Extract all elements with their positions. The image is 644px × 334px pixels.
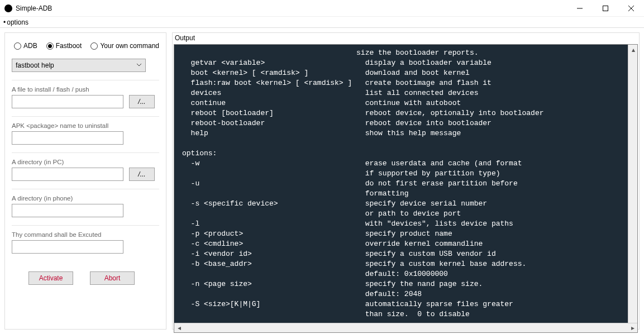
file-section: A file to install / flash / push /... — [12, 80, 159, 108]
cmd-section: Thy command shall be Excuted — [12, 225, 159, 254]
dir-phone-label: A directory (in phone) — [12, 195, 159, 202]
scroll-right-icon[interactable]: ▸ — [628, 323, 637, 333]
vertical-scrollbar[interactable]: ▴ — [628, 45, 637, 323]
dir-phone-input[interactable] — [12, 204, 123, 217]
dir-phone-section: A directory (in phone) — [12, 189, 159, 217]
radio-adb-label: ADB — [23, 42, 37, 50]
output-label: Output — [173, 33, 639, 43]
action-row: Activate Abort — [12, 271, 159, 285]
radio-own-command[interactable]: Your own command — [90, 42, 159, 50]
dir-pc-browse-button[interactable]: /... — [129, 168, 155, 181]
svg-rect-1 — [603, 6, 608, 11]
chevron-down-icon — [136, 61, 142, 69]
file-browse-button[interactable]: /... — [129, 95, 155, 108]
scroll-up-icon[interactable]: ▴ — [628, 45, 638, 54]
titlebar: Simple-ADB — [0, 0, 644, 17]
terminal-container: size the bootloader reports. getvar <var… — [174, 44, 638, 333]
cmd-input[interactable] — [12, 240, 123, 254]
apk-section: APK <package> name to uninstall — [12, 116, 159, 145]
dir-pc-input[interactable] — [12, 168, 123, 181]
mode-radio-group: ADB Fastboot Your own command — [12, 40, 159, 51]
radio-adb[interactable]: ADB — [14, 42, 37, 50]
app-icon — [4, 4, 12, 12]
close-button[interactable] — [618, 0, 644, 17]
radio-owncmd-label: Your own command — [100, 42, 159, 50]
radio-fastboot[interactable]: Fastboot — [46, 42, 82, 50]
dir-pc-label: A directory (in PC) — [12, 159, 159, 165]
scroll-track[interactable] — [184, 323, 628, 333]
maximize-button[interactable] — [593, 0, 618, 17]
menubar: options — [0, 17, 644, 28]
horizontal-scrollbar[interactable]: ◂ ▸ — [174, 323, 637, 332]
file-input[interactable] — [12, 95, 123, 108]
radio-fastboot-label: Fastboot — [56, 42, 82, 50]
cmd-label: Thy command shall be Excuted — [12, 231, 159, 238]
output-terminal[interactable]: size the bootloader reports. getvar <var… — [174, 45, 637, 323]
content-area: ADB Fastboot Your own command fastboot h… — [0, 28, 644, 334]
right-panel: Output size the bootloader reports. getv… — [172, 32, 640, 330]
dir-pc-section: A directory (in PC) /... — [12, 152, 159, 181]
minimize-button[interactable] — [567, 0, 593, 17]
apk-input[interactable] — [12, 131, 123, 145]
left-panel: ADB Fastboot Your own command fastboot h… — [4, 32, 166, 330]
window-title: Simple-ADB — [16, 4, 52, 12]
scroll-left-icon[interactable]: ◂ — [174, 323, 184, 333]
apk-label: APK <package> name to uninstall — [12, 122, 159, 129]
command-combo-value: fastboot help — [16, 61, 54, 69]
command-combo[interactable]: fastboot help — [12, 59, 146, 72]
activate-button[interactable]: Activate — [28, 271, 73, 285]
window-buttons — [567, 0, 644, 17]
abort-button[interactable]: Abort — [90, 271, 135, 285]
menu-options[interactable]: options — [3, 18, 28, 26]
file-label: A file to install / flash / push — [12, 86, 159, 93]
